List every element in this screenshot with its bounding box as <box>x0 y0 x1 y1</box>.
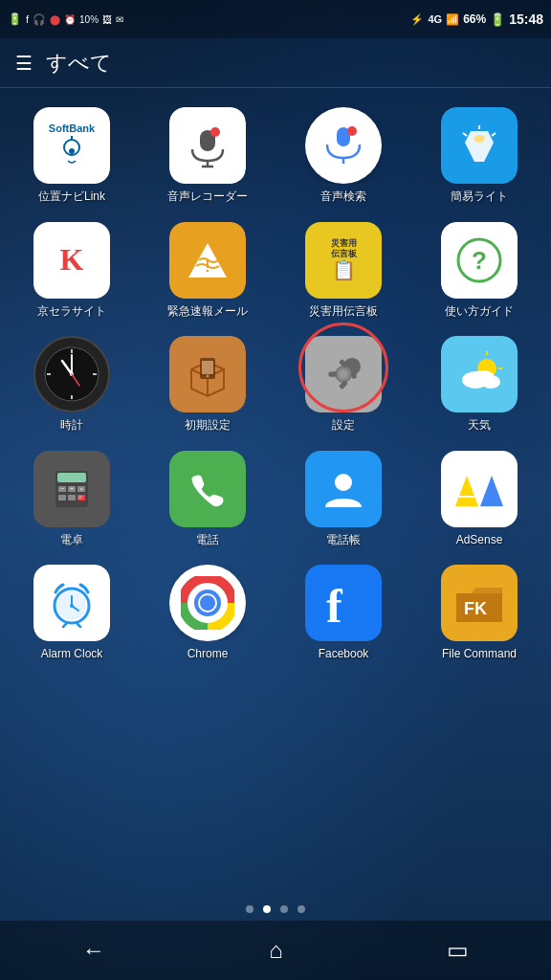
svg-point-49 <box>481 375 500 389</box>
home-button[interactable]: ⌂ <box>250 929 302 971</box>
app-item-file-command[interactable]: FK File Command <box>411 555 547 670</box>
app-icon-alarm-clock <box>33 565 110 641</box>
headphone-icon: 🎧 <box>33 13 46 26</box>
svg-text:×: × <box>80 485 84 491</box>
app-label-calculator: 電卓 <box>60 533 83 548</box>
svg-rect-55 <box>58 495 66 501</box>
svg-point-76 <box>200 595 215 611</box>
app-icon-initial-setup <box>169 336 246 412</box>
status-bar: 🔋 f 🎧 ⬤ ⏰ 10% 🖼 ✉ ⚡ 4G 📶 66% 🔋 15:48 <box>0 0 551 38</box>
svg-rect-40 <box>331 372 338 377</box>
app-label-alarm-clock: Alarm Clock <box>41 647 103 662</box>
app-label-facebook: Facebook <box>319 647 369 662</box>
app-item-adsense[interactable]: AdSense <box>411 441 547 556</box>
app-icon-disaster-board: 災害用 伝言板 📋 <box>305 222 382 299</box>
signal-bars-icon: 📶 <box>446 13 459 26</box>
app-item-flashlight[interactable]: 簡易ライト <box>411 98 547 212</box>
svg-marker-63 <box>455 476 478 506</box>
svg-text:?: ? <box>472 246 487 275</box>
screenshot-icon: 🖼 <box>102 14 112 25</box>
app-icon-clock <box>33 336 110 412</box>
svg-point-70 <box>70 604 74 608</box>
page-dot-2[interactable] <box>280 905 288 913</box>
page-dot-1[interactable] <box>263 905 271 913</box>
app-icon-help-guide: ? <box>441 222 518 299</box>
svg-line-72 <box>77 623 80 627</box>
app-icon-weather <box>441 336 518 412</box>
app-label-clock: 時計 <box>60 418 83 434</box>
signal-10-icon: 10% <box>79 14 99 25</box>
app-label-contacts: 電話帳 <box>326 533 361 548</box>
alarm-status-icon: ⏰ <box>64 14 76 25</box>
hamburger-menu-icon[interactable]: ☰ <box>15 52 33 75</box>
app-icon-contacts <box>305 451 382 527</box>
status-bar-left: 🔋 f 🎧 ⬤ ⏰ 10% 🖼 ✉ <box>8 12 123 26</box>
app-item-voice-recorder[interactable]: 音声レコーダー <box>140 98 276 212</box>
app-item-chrome[interactable]: Chrome <box>140 555 276 670</box>
app-icon-flashlight <box>441 107 518 184</box>
svg-point-9 <box>347 126 357 136</box>
app-label-flashlight: 簡易ライト <box>451 189 508 205</box>
app-item-emergency-mail[interactable]: ! 緊急速報メール <box>140 212 276 327</box>
app-icon-phone <box>169 451 246 527</box>
svg-rect-30 <box>202 361 213 374</box>
page-title: すべて <box>46 49 112 78</box>
app-label-chrome: Chrome <box>187 647 229 662</box>
app-icon-calculator: − + × = <box>33 451 110 527</box>
app-item-facebook[interactable]: f Facebook <box>276 555 411 670</box>
svg-point-31 <box>207 375 209 378</box>
app-label-emergency-mail: 緊急速報メール <box>167 304 248 320</box>
nav-bar: ← ⌂ ▭ <box>0 921 551 980</box>
app-item-kyocera-site[interactable]: K 京セラサイト <box>4 212 140 327</box>
app-label-file-command: File Command <box>442 647 517 662</box>
app-icon-facebook: f <box>305 565 382 641</box>
app-icon-softbank-nav: SoftBank <box>33 107 110 184</box>
facebook-notif-icon: f <box>26 13 29 25</box>
app-item-initial-setup[interactable]: 初期設定 <box>140 326 276 441</box>
svg-line-14 <box>492 133 496 136</box>
app-item-weather[interactable]: 天気 <box>411 326 547 441</box>
app-label-adsense: AdSense <box>456 533 503 548</box>
svg-line-71 <box>63 623 67 627</box>
app-item-settings[interactable]: 設定 <box>276 326 411 441</box>
app-item-voice-search[interactable]: 音声検索 <box>276 98 411 212</box>
page-dot-3[interactable] <box>298 905 305 913</box>
page-indicators <box>0 905 551 913</box>
app-item-phone[interactable]: 電話 <box>140 441 276 556</box>
app-header: ☰ すべて <box>0 38 551 88</box>
app-item-help-guide[interactable]: ? 使い方ガイド <box>411 212 547 327</box>
recent-button[interactable]: ▭ <box>428 929 488 971</box>
svg-point-2 <box>69 148 75 154</box>
app-label-weather: 天気 <box>468 418 491 434</box>
app-label-voice-recorder: 音声レコーダー <box>167 189 248 205</box>
svg-text:FK: FK <box>464 599 487 618</box>
app-label-disaster-board: 災害用伝言板 <box>309 304 378 320</box>
app-item-contacts[interactable]: 電話帳 <box>276 441 411 556</box>
svg-point-6 <box>210 127 220 137</box>
app-label-softbank-nav: 位置ナビLink <box>38 189 105 205</box>
email-icon: ✉ <box>116 14 123 25</box>
svg-rect-51 <box>57 473 86 482</box>
app-item-softbank-nav[interactable]: SoftBank 位置ナビLink <box>4 98 140 212</box>
app-icon-adsense <box>441 451 518 527</box>
svg-text:f: f <box>326 579 343 628</box>
svg-text:=: = <box>78 493 82 500</box>
app-icon-chrome <box>169 565 246 641</box>
svg-rect-38 <box>352 370 357 377</box>
app-item-alarm-clock[interactable]: Alarm Clock <box>4 555 140 670</box>
app-icon-file-command: FK <box>441 565 518 641</box>
clock-time: 15:48 <box>509 11 543 27</box>
svg-point-11 <box>474 135 485 143</box>
app-label-help-guide: 使い方ガイド <box>445 304 514 320</box>
app-label-initial-setup: 初期設定 <box>185 418 231 434</box>
page-dot-0[interactable] <box>246 905 253 913</box>
battery-bar-icon: 🔋 <box>490 12 505 27</box>
app-icon-kyocera-site: K <box>33 222 110 299</box>
svg-text:+: + <box>70 484 74 491</box>
back-button[interactable]: ← <box>63 929 124 971</box>
app-label-settings: 設定 <box>332 418 355 434</box>
app-item-calculator[interactable]: − + × = 電卓 <box>4 441 140 556</box>
app-item-clock[interactable]: 時計 <box>4 326 140 441</box>
app-item-disaster-board[interactable]: 災害用 伝言板 📋 災害用伝言板 <box>276 212 411 327</box>
alert-icon: ⬤ <box>50 14 60 25</box>
